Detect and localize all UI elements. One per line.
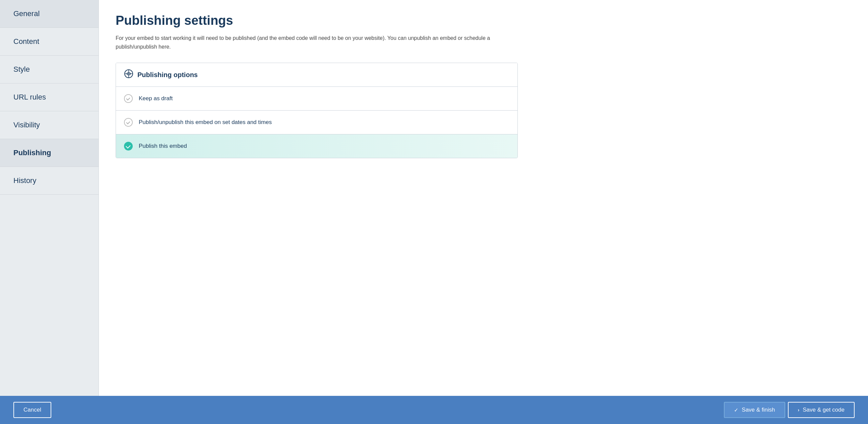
- radio-schedule[interactable]: [124, 118, 133, 127]
- cancel-button[interactable]: Cancel: [13, 402, 51, 418]
- option-schedule-label: Publish/unpublish this embed on set date…: [139, 119, 272, 126]
- sidebar-item-visibility[interactable]: Visibility: [0, 111, 98, 139]
- save-finish-label: Save & finish: [742, 406, 775, 413]
- sidebar-item-label: Publishing: [13, 149, 51, 157]
- sidebar-item-general[interactable]: General: [0, 0, 98, 28]
- save-get-code-label: Save & get code: [803, 406, 844, 413]
- arrow-icon: ›: [798, 407, 800, 413]
- option-draft-label: Keep as draft: [139, 95, 173, 102]
- sidebar-item-publishing[interactable]: Publishing: [0, 139, 98, 167]
- option-draft[interactable]: Keep as draft: [116, 87, 518, 111]
- sidebar-item-label: Visibility: [13, 121, 40, 129]
- publishing-options-icon: [124, 69, 133, 81]
- page-title: Publishing settings: [116, 13, 851, 28]
- sidebar: General Content Style URL rules Visibili…: [0, 0, 99, 396]
- bottom-bar: Cancel ✓ Save & finish › Save & get code: [0, 396, 868, 424]
- sidebar-item-label: Style: [13, 65, 30, 73]
- sidebar-item-style[interactable]: Style: [0, 56, 98, 84]
- option-publish-label: Publish this embed: [139, 143, 187, 150]
- sidebar-item-label: URL rules: [13, 93, 46, 101]
- radio-publish[interactable]: [124, 142, 133, 151]
- options-card-header: Publishing options: [116, 63, 518, 87]
- main-content: Publishing settings For your embed to st…: [99, 0, 868, 396]
- page-description: For your embed to start working it will …: [116, 34, 518, 51]
- sidebar-item-label: History: [13, 176, 36, 185]
- options-card-title: Publishing options: [137, 71, 198, 79]
- sidebar-item-content[interactable]: Content: [0, 28, 98, 56]
- sidebar-item-label: Content: [13, 37, 39, 46]
- radio-draft[interactable]: [124, 94, 133, 103]
- option-publish[interactable]: Publish this embed: [116, 134, 518, 158]
- save-get-code-button[interactable]: › Save & get code: [788, 402, 855, 418]
- sidebar-item-url-rules[interactable]: URL rules: [0, 84, 98, 111]
- right-buttons: ✓ Save & finish › Save & get code: [724, 402, 855, 418]
- sidebar-item-label: General: [13, 9, 39, 18]
- publishing-options-card: Publishing options Keep as draft Publish…: [116, 63, 518, 158]
- sidebar-item-history[interactable]: History: [0, 167, 98, 195]
- option-schedule[interactable]: Publish/unpublish this embed on set date…: [116, 111, 518, 134]
- save-finish-button[interactable]: ✓ Save & finish: [724, 402, 785, 418]
- check-icon: ✓: [734, 407, 738, 413]
